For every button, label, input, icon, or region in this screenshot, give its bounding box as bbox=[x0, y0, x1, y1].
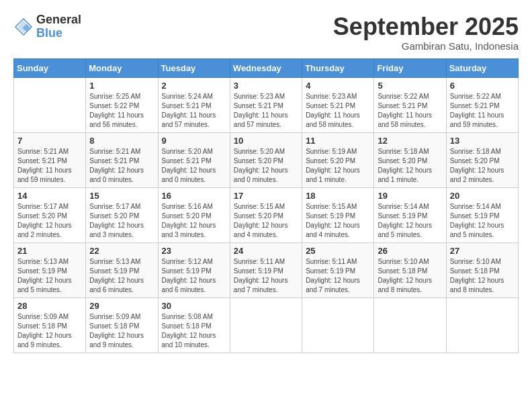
calendar-cell: 17Sunrise: 5:15 AM Sunset: 5:20 PM Dayli… bbox=[230, 187, 302, 242]
calendar-cell: 22Sunrise: 5:13 AM Sunset: 5:19 PM Dayli… bbox=[86, 242, 158, 298]
day-info: Sunrise: 5:16 AM Sunset: 5:20 PM Dayligh… bbox=[162, 202, 226, 240]
logo: General Blue bbox=[13, 13, 81, 40]
day-number: 14 bbox=[17, 191, 82, 201]
day-info: Sunrise: 5:23 AM Sunset: 5:21 PM Dayligh… bbox=[234, 92, 298, 130]
day-number: 5 bbox=[378, 81, 442, 91]
day-number: 4 bbox=[306, 81, 370, 91]
day-info: Sunrise: 5:21 AM Sunset: 5:21 PM Dayligh… bbox=[17, 147, 82, 185]
page-header: General Blue September 2025 Gambiran Sat… bbox=[13, 13, 519, 52]
calendar-cell: 6Sunrise: 5:22 AM Sunset: 5:21 PM Daylig… bbox=[446, 77, 518, 132]
calendar-header-wednesday: Wednesday bbox=[230, 58, 302, 77]
calendar-week-row: 14Sunrise: 5:17 AM Sunset: 5:20 PM Dayli… bbox=[14, 187, 519, 242]
calendar-cell: 29Sunrise: 5:09 AM Sunset: 5:18 PM Dayli… bbox=[86, 298, 158, 353]
day-number: 25 bbox=[306, 246, 370, 256]
day-number: 24 bbox=[234, 246, 298, 256]
title-block: September 2025 Gambiran Satu, Indonesia bbox=[333, 13, 519, 52]
day-number: 27 bbox=[450, 246, 515, 256]
calendar-cell bbox=[302, 298, 374, 353]
day-number: 11 bbox=[306, 136, 370, 146]
day-info: Sunrise: 5:20 AM Sunset: 5:20 PM Dayligh… bbox=[234, 147, 298, 185]
logo-blue: Blue bbox=[36, 27, 81, 40]
calendar-cell: 15Sunrise: 5:17 AM Sunset: 5:20 PM Dayli… bbox=[86, 187, 158, 242]
calendar-cell: 2Sunrise: 5:24 AM Sunset: 5:21 PM Daylig… bbox=[158, 77, 230, 132]
calendar-cell: 7Sunrise: 5:21 AM Sunset: 5:21 PM Daylig… bbox=[14, 132, 86, 187]
day-info: Sunrise: 5:25 AM Sunset: 5:22 PM Dayligh… bbox=[89, 92, 154, 130]
day-number: 9 bbox=[162, 136, 226, 146]
day-info: Sunrise: 5:10 AM Sunset: 5:18 PM Dayligh… bbox=[378, 257, 442, 295]
calendar-cell: 19Sunrise: 5:14 AM Sunset: 5:19 PM Dayli… bbox=[374, 187, 446, 242]
day-info: Sunrise: 5:22 AM Sunset: 5:21 PM Dayligh… bbox=[378, 92, 442, 130]
day-number: 23 bbox=[162, 246, 226, 256]
calendar-cell: 24Sunrise: 5:11 AM Sunset: 5:19 PM Dayli… bbox=[230, 242, 302, 298]
day-info: Sunrise: 5:18 AM Sunset: 5:20 PM Dayligh… bbox=[378, 147, 442, 185]
calendar-cell: 3Sunrise: 5:23 AM Sunset: 5:21 PM Daylig… bbox=[230, 77, 302, 132]
calendar-header-row: SundayMondayTuesdayWednesdayThursdayFrid… bbox=[14, 58, 519, 77]
calendar-cell: 25Sunrise: 5:11 AM Sunset: 5:19 PM Dayli… bbox=[302, 242, 374, 298]
calendar-cell: 16Sunrise: 5:16 AM Sunset: 5:20 PM Dayli… bbox=[158, 187, 230, 242]
calendar-cell bbox=[374, 298, 446, 353]
day-info: Sunrise: 5:10 AM Sunset: 5:18 PM Dayligh… bbox=[450, 257, 515, 295]
calendar-cell bbox=[14, 77, 86, 132]
day-info: Sunrise: 5:17 AM Sunset: 5:20 PM Dayligh… bbox=[17, 202, 82, 240]
day-info: Sunrise: 5:17 AM Sunset: 5:20 PM Dayligh… bbox=[89, 202, 154, 240]
day-number: 12 bbox=[378, 136, 442, 146]
day-number: 21 bbox=[17, 246, 82, 256]
calendar-header-sunday: Sunday bbox=[14, 58, 86, 77]
calendar-cell: 18Sunrise: 5:15 AM Sunset: 5:19 PM Dayli… bbox=[302, 187, 374, 242]
logo-icon bbox=[13, 17, 34, 37]
day-number: 22 bbox=[89, 246, 154, 256]
month-title: September 2025 bbox=[333, 13, 519, 40]
day-number: 2 bbox=[162, 81, 226, 91]
calendar-cell: 26Sunrise: 5:10 AM Sunset: 5:18 PM Dayli… bbox=[374, 242, 446, 298]
calendar-header-monday: Monday bbox=[86, 58, 158, 77]
calendar-cell: 5Sunrise: 5:22 AM Sunset: 5:21 PM Daylig… bbox=[374, 77, 446, 132]
day-number: 10 bbox=[234, 136, 298, 146]
day-info: Sunrise: 5:09 AM Sunset: 5:18 PM Dayligh… bbox=[17, 312, 82, 350]
day-info: Sunrise: 5:14 AM Sunset: 5:19 PM Dayligh… bbox=[450, 202, 515, 240]
calendar-cell: 8Sunrise: 5:21 AM Sunset: 5:21 PM Daylig… bbox=[86, 132, 158, 187]
day-number: 28 bbox=[17, 301, 82, 311]
day-number: 30 bbox=[162, 301, 226, 311]
calendar-cell: 14Sunrise: 5:17 AM Sunset: 5:20 PM Dayli… bbox=[14, 187, 86, 242]
calendar-cell: 11Sunrise: 5:19 AM Sunset: 5:20 PM Dayli… bbox=[302, 132, 374, 187]
day-number: 16 bbox=[162, 191, 226, 201]
calendar-cell: 30Sunrise: 5:08 AM Sunset: 5:18 PM Dayli… bbox=[158, 298, 230, 353]
day-info: Sunrise: 5:19 AM Sunset: 5:20 PM Dayligh… bbox=[306, 147, 370, 185]
day-number: 29 bbox=[89, 301, 154, 311]
calendar-cell: 27Sunrise: 5:10 AM Sunset: 5:18 PM Dayli… bbox=[446, 242, 518, 298]
calendar-cell: 1Sunrise: 5:25 AM Sunset: 5:22 PM Daylig… bbox=[86, 77, 158, 132]
day-number: 13 bbox=[450, 136, 515, 146]
day-info: Sunrise: 5:11 AM Sunset: 5:19 PM Dayligh… bbox=[306, 257, 370, 295]
day-number: 19 bbox=[378, 191, 442, 201]
day-info: Sunrise: 5:22 AM Sunset: 5:21 PM Dayligh… bbox=[450, 92, 515, 130]
day-number: 6 bbox=[450, 81, 515, 91]
day-number: 15 bbox=[89, 191, 154, 201]
calendar-week-row: 21Sunrise: 5:13 AM Sunset: 5:19 PM Dayli… bbox=[14, 242, 519, 298]
calendar-week-row: 28Sunrise: 5:09 AM Sunset: 5:18 PM Dayli… bbox=[14, 298, 519, 353]
day-number: 26 bbox=[378, 246, 442, 256]
day-number: 17 bbox=[234, 191, 298, 201]
day-info: Sunrise: 5:08 AM Sunset: 5:18 PM Dayligh… bbox=[162, 312, 226, 350]
day-info: Sunrise: 5:24 AM Sunset: 5:21 PM Dayligh… bbox=[162, 92, 226, 130]
calendar-header-saturday: Saturday bbox=[446, 58, 518, 77]
calendar-cell: 12Sunrise: 5:18 AM Sunset: 5:20 PM Dayli… bbox=[374, 132, 446, 187]
day-info: Sunrise: 5:13 AM Sunset: 5:19 PM Dayligh… bbox=[89, 257, 154, 295]
calendar-header-thursday: Thursday bbox=[302, 58, 374, 77]
location: Gambiran Satu, Indonesia bbox=[333, 40, 519, 52]
calendar-cell: 4Sunrise: 5:23 AM Sunset: 5:21 PM Daylig… bbox=[302, 77, 374, 132]
calendar-cell: 10Sunrise: 5:20 AM Sunset: 5:20 PM Dayli… bbox=[230, 132, 302, 187]
calendar-cell: 9Sunrise: 5:20 AM Sunset: 5:21 PM Daylig… bbox=[158, 132, 230, 187]
calendar-cell bbox=[230, 298, 302, 353]
day-info: Sunrise: 5:23 AM Sunset: 5:21 PM Dayligh… bbox=[306, 92, 370, 130]
calendar-cell: 28Sunrise: 5:09 AM Sunset: 5:18 PM Dayli… bbox=[14, 298, 86, 353]
day-info: Sunrise: 5:13 AM Sunset: 5:19 PM Dayligh… bbox=[17, 257, 82, 295]
day-info: Sunrise: 5:15 AM Sunset: 5:19 PM Dayligh… bbox=[306, 202, 370, 240]
calendar-week-row: 1Sunrise: 5:25 AM Sunset: 5:22 PM Daylig… bbox=[14, 77, 519, 132]
day-info: Sunrise: 5:09 AM Sunset: 5:18 PM Dayligh… bbox=[89, 312, 154, 350]
logo-text: General Blue bbox=[36, 13, 81, 40]
calendar-cell: 13Sunrise: 5:18 AM Sunset: 5:20 PM Dayli… bbox=[446, 132, 518, 187]
day-number: 1 bbox=[89, 81, 154, 91]
calendar-table: SundayMondayTuesdayWednesdayThursdayFrid… bbox=[13, 58, 519, 353]
calendar-header-tuesday: Tuesday bbox=[158, 58, 230, 77]
calendar-cell: 21Sunrise: 5:13 AM Sunset: 5:19 PM Dayli… bbox=[14, 242, 86, 298]
